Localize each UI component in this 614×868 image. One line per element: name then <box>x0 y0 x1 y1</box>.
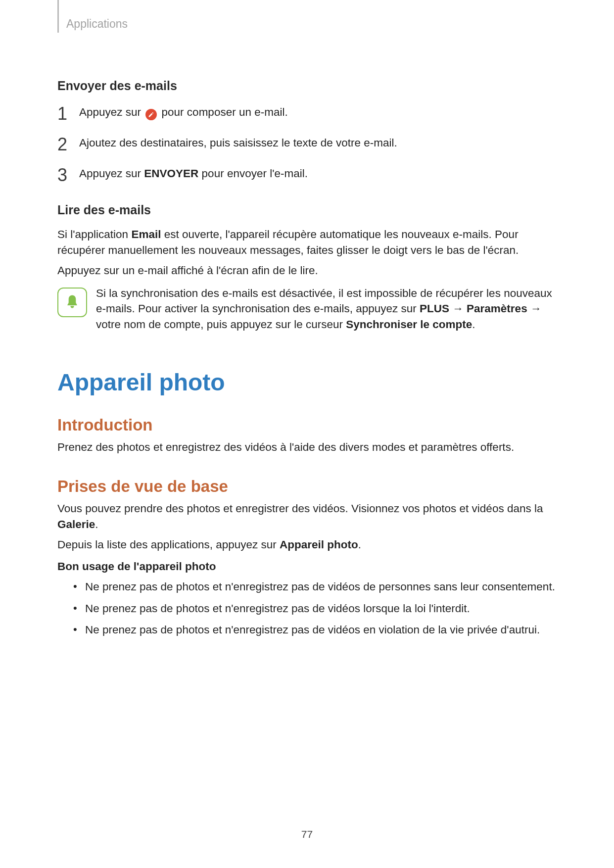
note-arrow-2: → <box>527 302 542 315</box>
list-item: Ne prenez pas de photos et n'enregistrez… <box>57 601 561 617</box>
read-p1-bold: Email <box>131 228 161 241</box>
compose-icon <box>145 109 157 120</box>
read-p1-pre: Si l'application <box>57 228 131 241</box>
basic-p2-pre: Depuis la liste des applications, appuye… <box>57 538 280 551</box>
list-item: Ne prenez pas de photos et n'enregistrez… <box>57 579 561 595</box>
note-b2: Paramètres <box>467 302 527 315</box>
basic-p2-bold: Appareil photo <box>280 538 358 551</box>
basic-p1-bold: Galerie <box>57 518 95 530</box>
note-b3: Synchroniser le compte <box>346 318 472 331</box>
note-bell-icon <box>57 288 87 317</box>
list-item: Ne prenez pas de photos et n'enregistrez… <box>57 622 561 638</box>
heading-send-emails: Envoyer des e-mails <box>57 77 561 95</box>
step-1-post: pour composer un e-mail. <box>158 106 287 118</box>
note-arrow-1: → <box>449 302 467 315</box>
step-3: Appuyez sur ENVOYER pour envoyer l'e-mai… <box>57 164 561 184</box>
heading-introduction: Introduction <box>57 414 561 436</box>
usage-bullet-list: Ne prenez pas de photos et n'enregistrez… <box>57 579 561 638</box>
note-mid: votre nom de compte, puis appuyez sur le… <box>96 318 346 331</box>
step-3-bold: ENVOYER <box>144 167 198 180</box>
basic-p1-post: . <box>95 518 98 530</box>
page-number: 77 <box>0 827 614 841</box>
basic-p1-pre: Vous pouvez prendre des photos et enregi… <box>57 502 543 515</box>
header-section-label: Applications <box>66 16 128 32</box>
read-emails-p1: Si l'application Email est ouverte, l'ap… <box>57 227 561 258</box>
header-divider <box>57 0 59 33</box>
heading-good-usage: Bon usage de l'appareil photo <box>57 559 561 575</box>
step-1-text: Appuyez sur pour composer un e-mail. <box>79 104 288 120</box>
note-b1: PLUS <box>420 302 449 315</box>
step-1: Appuyez sur pour composer un e-mail. <box>57 102 561 122</box>
step-3-pre: Appuyez sur <box>79 167 144 180</box>
intro-text: Prenez des photos et enregistrez des vid… <box>57 439 561 455</box>
step-3-post: pour envoyer l'e-mail. <box>198 167 308 180</box>
basic-p2: Depuis la liste des applications, appuye… <box>57 537 561 553</box>
step-1-pre: Appuyez sur <box>79 106 144 118</box>
basic-p2-post: . <box>358 538 361 551</box>
note-text: Si la synchronisation des e-mails est dé… <box>96 286 561 333</box>
note-block: Si la synchronisation des e-mails est dé… <box>57 286 561 333</box>
basic-p1: Vous pouvez prendre des photos et enregi… <box>57 501 561 532</box>
step-2: Ajoutez des destinataires, puis saisisse… <box>57 133 561 153</box>
heading-camera: Appareil photo <box>57 366 561 399</box>
note-end: . <box>472 318 475 331</box>
read-emails-p2: Appuyez sur un e-mail affiché à l'écran … <box>57 263 561 279</box>
step-2-text: Ajoutez des destinataires, puis saisisse… <box>79 135 397 151</box>
heading-basic-shots: Prises de vue de base <box>57 475 561 498</box>
step-3-text: Appuyez sur ENVOYER pour envoyer l'e-mai… <box>79 166 308 182</box>
heading-read-emails: Lire des e-mails <box>57 201 561 219</box>
send-email-steps: Appuyez sur pour composer un e-mail. Ajo… <box>57 102 561 184</box>
